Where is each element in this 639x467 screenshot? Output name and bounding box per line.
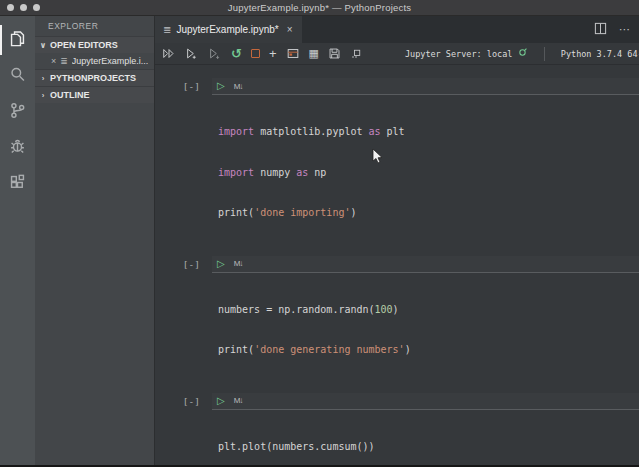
source-control-icon <box>8 101 27 124</box>
cell-code-editor[interactable]: numbers = np.random.randn(100) print('do… <box>212 273 639 386</box>
open-editor-item[interactable]: × ≣ JupyterExample.i... <box>35 53 154 69</box>
activity-explorer-button[interactable] <box>0 22 35 58</box>
code-token: import <box>218 126 254 137</box>
chevron-right-icon: › <box>39 74 47 83</box>
code-line: import numpy as np <box>218 166 639 180</box>
search-icon <box>8 65 27 88</box>
code-token: import <box>218 167 254 178</box>
server-status-label: Jupyter Server: local <box>405 49 512 59</box>
code-token: as <box>369 126 381 137</box>
window-title: JupyterExample.ipynb* — PythonProjects <box>0 2 639 13</box>
editor-area: ≣ JupyterExample.ipynb* × ⋯ <box>155 16 639 465</box>
code-token: matplotlib.pyplot <box>254 126 368 137</box>
collapse-input-icon[interactable] <box>350 47 362 61</box>
save-icon[interactable] <box>328 47 341 61</box>
interrupt-kernel-icon[interactable] <box>251 47 260 61</box>
variable-explorer-icon[interactable]: ▦ <box>309 47 319 61</box>
titlebar: JupyterExample.ipynb* — PythonProjects <box>0 0 639 16</box>
code-token: np <box>308 167 326 178</box>
code-token: 100 <box>375 304 393 315</box>
close-editor-icon[interactable]: × <box>51 56 56 66</box>
cell-code-editor[interactable]: import matplotlib.pyplot as plt import n… <box>212 95 639 249</box>
code-token: numbers = np.random.randn( <box>218 304 375 315</box>
restart-kernel-icon[interactable]: ↺ <box>231 47 242 61</box>
activity-debug-button[interactable] <box>0 130 35 166</box>
collapse-cell-button[interactable]: [-] <box>183 78 212 249</box>
code-token: print( <box>218 344 254 355</box>
markdown-toggle-button[interactable]: M↓ <box>234 259 243 268</box>
activity-bar <box>0 16 35 465</box>
run-cell-button[interactable]: ▷ <box>217 396 225 406</box>
activity-source-control-button[interactable] <box>0 94 35 130</box>
open-editors-header[interactable]: ∨ OPEN EDITORS <box>35 36 154 53</box>
sidebar-section-pythonprojects[interactable]: › PYTHONPROJECTS <box>35 69 154 86</box>
cell-toolbar: ▷ M↓ <box>212 393 639 410</box>
notebook-cell-list: [-] ▷ M↓ import matplotlib.pyplot as plt… <box>155 65 639 465</box>
code-token: as <box>296 167 308 178</box>
code-token: plt.plot(numbers.cumsum()) <box>218 441 375 452</box>
pythonprojects-label: PYTHONPROJECTS <box>50 73 136 83</box>
notebook-toolbar: ↺ + ▦ Jupyter Server: local <box>155 43 639 65</box>
sidebar-title: EXPLORER <box>35 16 154 36</box>
export-notebook-icon[interactable] <box>286 47 300 61</box>
code-token: ) <box>393 304 399 315</box>
add-cell-icon[interactable]: + <box>269 47 277 61</box>
explorer-sidebar: EXPLORER ∨ OPEN EDITORS × ≣ JupyterExamp… <box>35 16 155 465</box>
run-cell-icon[interactable] <box>185 47 199 61</box>
run-below-icon[interactable] <box>208 47 222 61</box>
activity-search-button[interactable] <box>0 58 35 94</box>
code-token: 'done generating numbers' <box>254 344 405 355</box>
tab-close-icon[interactable]: × <box>287 24 293 35</box>
open-editor-filename: JupyterExample.i... <box>72 56 149 66</box>
code-line: import matplotlib.pyplot as plt <box>218 125 639 139</box>
markdown-toggle-button[interactable]: M↓ <box>234 396 243 405</box>
activity-extensions-button[interactable] <box>0 166 35 202</box>
open-editors-label: OPEN EDITORS <box>50 40 118 50</box>
run-cell-button[interactable]: ▷ <box>217 81 225 91</box>
notebook-cell-3[interactable]: [-] ▷ M↓ plt.plot(numbers.cumsum()) <box>155 393 639 466</box>
sidebar-section-outline[interactable]: › OUTLINE <box>35 86 154 103</box>
python-interpreter-status[interactable]: Python 3.7.4 64-bit ('base': conda):… <box>561 49 639 59</box>
notebook-cell-1[interactable]: [-] ▷ M↓ import matplotlib.pyplot as plt… <box>155 78 639 249</box>
code-token: 'done importing' <box>254 207 350 218</box>
code-token: ) <box>350 207 356 218</box>
server-connected-icon <box>517 47 528 60</box>
code-line: plt.plot(numbers.cumsum()) <box>218 440 639 454</box>
cell-toolbar: ▷ M↓ <box>212 78 639 95</box>
extensions-icon <box>8 173 27 196</box>
chevron-down-icon: ∨ <box>39 41 47 50</box>
chevron-right-icon: › <box>39 91 47 100</box>
markdown-toggle-button[interactable]: M↓ <box>234 82 243 91</box>
code-line: print('done importing') <box>218 206 639 220</box>
vscode-window: JupyterExample.ipynb* — PythonProjects <box>0 0 639 467</box>
notebook-cell-2[interactable]: [-] ▷ M↓ numbers = np.random.randn(100) … <box>155 256 639 386</box>
debug-icon <box>8 137 27 160</box>
collapse-cell-button[interactable]: [-] <box>183 256 212 386</box>
jupyter-server-status[interactable]: Jupyter Server: local <box>405 47 528 60</box>
split-editor-icon[interactable] <box>594 21 607 39</box>
more-actions-icon[interactable]: ⋯ <box>619 23 631 36</box>
code-token: plt <box>381 126 405 137</box>
code-line: print('done generating numbers') <box>218 343 639 357</box>
tab-label: JupyterExample.ipynb* <box>176 24 278 35</box>
outline-label: OUTLINE <box>50 90 90 100</box>
code-token: print( <box>218 207 254 218</box>
code-token: numpy <box>254 167 296 178</box>
cell-toolbar: ▷ M↓ <box>212 256 639 273</box>
code-token: ) <box>405 344 411 355</box>
notebook-file-icon: ≣ <box>163 24 171 35</box>
tab-jupyterexample[interactable]: ≣ JupyterExample.ipynb* × <box>155 16 302 43</box>
tab-bar: ≣ JupyterExample.ipynb* × ⋯ <box>155 16 639 43</box>
run-cell-button[interactable]: ▷ <box>217 259 225 269</box>
code-line: numbers = np.random.randn(100) <box>218 303 639 317</box>
files-icon <box>8 29 27 52</box>
collapse-cell-button[interactable]: [-] <box>183 393 212 466</box>
notebook-file-icon: ≣ <box>60 56 68 66</box>
run-all-cells-icon[interactable] <box>162 47 176 61</box>
cell-code-editor[interactable]: plt.plot(numbers.cumsum()) <box>212 410 639 466</box>
